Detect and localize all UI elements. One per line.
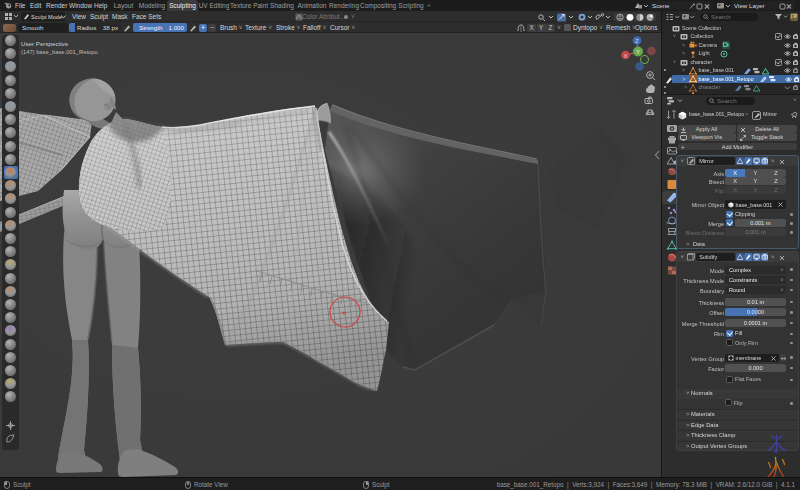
svg-text:Y: Y bbox=[636, 49, 640, 55]
svg-text:X: X bbox=[624, 53, 628, 59]
svg-text:(147) base_base.001_Retopo: (147) base_base.001_Retopo bbox=[21, 49, 98, 55]
svg-text:User Perspective: User Perspective bbox=[21, 40, 69, 47]
